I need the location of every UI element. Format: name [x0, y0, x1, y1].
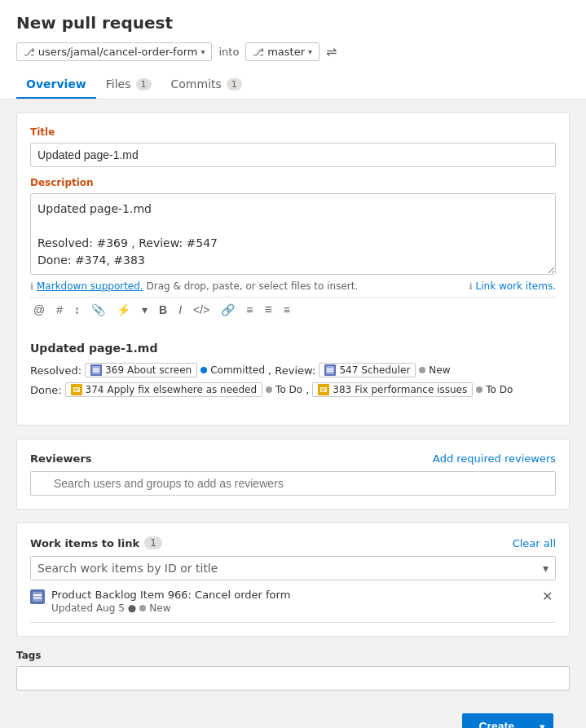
wi-chip-383[interactable]: 383 Fix performance issues: [312, 382, 473, 397]
toolbar-attach[interactable]: 📎: [88, 302, 108, 318]
svg-rect-14: [321, 389, 326, 390]
clear-all-link[interactable]: Clear all: [513, 537, 556, 549]
create-dropdown-button[interactable]: ▾: [531, 713, 553, 728]
create-button-group: Create ▾: [462, 713, 553, 728]
svg-rect-1: [92, 366, 100, 374]
svg-rect-18: [33, 594, 42, 596]
work-item-search-placeholder: Search work items by ID or title: [37, 562, 218, 575]
title-input[interactable]: [30, 143, 556, 167]
svg-rect-7: [327, 371, 333, 373]
description-field-group: Description Updated page-1.md Resolved: …: [30, 177, 556, 322]
target-branch-name: master: [267, 46, 305, 58]
work-item-search-dropdown[interactable]: Search work items by ID or title ▾: [30, 556, 556, 580]
wi-icon-547: [324, 364, 336, 376]
footer-bar: Create ▾: [16, 704, 570, 728]
work-item-title: Product Backlog Item 966: Cancel order f…: [51, 589, 290, 601]
reviewers-label: Reviewers: [30, 452, 92, 465]
title-label: Title: [30, 126, 556, 138]
wi-383-name: Fix performance issues: [355, 384, 467, 395]
wi-374-status: To Do: [275, 384, 302, 395]
wi-icon-369: [90, 364, 102, 376]
wi-374-status-dot: [266, 386, 272, 393]
tags-section: Tags: [16, 650, 570, 690]
source-branch-selector[interactable]: ⎇ users/jamal/cancel-order-form ▾: [16, 42, 212, 61]
description-input[interactable]: Updated page-1.md Resolved: #369 , Revie…: [30, 193, 556, 275]
editor-toolbar: @ # ↕ 📎 ⚡ ▾ B I </> 🔗 ≡ ≡ ≡: [30, 297, 556, 322]
wi-547-id: 547: [339, 364, 358, 376]
toolbar-action-dropdown[interactable]: ▾: [139, 302, 151, 318]
resolved-label: Resolved:: [30, 364, 82, 377]
form-section: Title Description Updated page-1.md Reso…: [16, 113, 570, 426]
create-button[interactable]: Create: [462, 713, 531, 728]
reviewers-search-wrapper: 🔍: [30, 471, 556, 496]
work-item-subtitle: Updated Aug 5 ● New: [51, 602, 290, 614]
tab-commits-label: Commits: [171, 77, 222, 90]
review-separator: , Review:: [268, 364, 315, 377]
target-branch-selector[interactable]: ⎇ master ▾: [245, 42, 319, 61]
svg-rect-6: [327, 368, 333, 370]
wi-369-name: About screen: [127, 364, 192, 376]
svg-rect-9: [73, 387, 80, 392]
resolved-line: Resolved: 369 About screen Committed , R…: [30, 363, 556, 377]
markdown-link[interactable]: Markdown supported.: [37, 280, 143, 292]
target-branch-chevron: ▾: [308, 47, 312, 56]
toolbar-hashtag[interactable]: #: [53, 302, 66, 318]
separator: ●: [128, 602, 136, 614]
toolbar-mention[interactable]: @: [30, 302, 48, 318]
wi-547-status: New: [429, 364, 450, 376]
toolbar-italic[interactable]: I: [175, 302, 185, 318]
wi-icon-383: [318, 384, 329, 395]
toolbar-action[interactable]: ⚡: [113, 302, 134, 318]
source-branch-name: users/jamal/cancel-order-form: [38, 46, 198, 58]
svg-rect-10: [74, 389, 79, 390]
work-items-section: Work items to link 1 Clear all Search wo…: [16, 523, 570, 637]
toolbar-unordered-list[interactable]: ≡: [261, 301, 275, 319]
svg-rect-13: [320, 387, 327, 392]
toolbar-code[interactable]: </>: [190, 302, 213, 318]
done-separator: ,: [306, 384, 309, 396]
svg-rect-2: [93, 368, 99, 370]
tab-commits-badge: 1: [227, 78, 242, 90]
svg-rect-19: [33, 598, 42, 599]
tab-files-label: Files: [106, 77, 131, 90]
into-text: into: [218, 46, 239, 58]
tags-input[interactable]: [16, 666, 570, 690]
wi-547-name: Scheduler: [361, 364, 410, 376]
wi-547-status-dot: [419, 367, 425, 373]
toolbar-diff[interactable]: ↕: [71, 302, 83, 318]
work-item-status: New: [149, 602, 170, 614]
swap-branches-icon[interactable]: ⇌: [326, 44, 337, 60]
toolbar-bold[interactable]: B: [156, 302, 170, 318]
wi-chip-374[interactable]: 374 Apply fix elsewhere as needed: [65, 382, 263, 397]
add-reviewers-link[interactable]: Add required reviewers: [433, 452, 556, 465]
textarea-footer: ℹ Markdown supported. Drag & drop, paste…: [30, 280, 556, 292]
source-branch-chevron: ▾: [200, 47, 205, 56]
tab-commits[interactable]: Commits 1: [161, 71, 252, 99]
work-item-status-dot: [139, 605, 146, 611]
tab-files[interactable]: Files 1: [96, 71, 161, 99]
remove-work-item-button[interactable]: ✕: [539, 589, 556, 604]
wi-chip-547[interactable]: 547 Scheduler: [319, 363, 416, 377]
title-field-group: Title: [30, 126, 556, 167]
branch-bar: ⎇ users/jamal/cancel-order-form ▾ into ⎇…: [16, 42, 570, 61]
wi-369-status-dot: [200, 367, 207, 373]
tab-overview[interactable]: Overview: [16, 71, 96, 99]
work-items-label: Work items to link: [30, 537, 139, 549]
wi-chip-369[interactable]: 369 About screen: [85, 363, 197, 377]
reviewers-search-input[interactable]: [30, 471, 556, 496]
work-item-search-chevron: ▾: [543, 562, 549, 575]
toolbar-ordered-list[interactable]: ≡: [243, 302, 256, 318]
work-item-info: Product Backlog Item 966: Cancel order f…: [30, 589, 290, 614]
wi-374-id: 374: [86, 384, 104, 395]
tags-label: Tags: [16, 650, 570, 661]
work-items-header: Work items to link 1 Clear all: [30, 536, 556, 549]
wi-374-name: Apply fix elsewhere as needed: [108, 384, 258, 395]
toolbar-link[interactable]: 🔗: [218, 302, 238, 318]
work-item-updated: Updated Aug 5: [51, 602, 125, 614]
markdown-support-text: ℹ Markdown supported. Drag & drop, paste…: [30, 280, 358, 292]
wi-383-status: To Do: [486, 384, 513, 395]
toolbar-task-list[interactable]: ≡: [280, 302, 293, 318]
svg-rect-5: [326, 366, 334, 374]
main-content: Title Description Updated page-1.md Reso…: [0, 99, 586, 728]
link-work-items-link[interactable]: ℹ Link work items.: [469, 280, 556, 292]
